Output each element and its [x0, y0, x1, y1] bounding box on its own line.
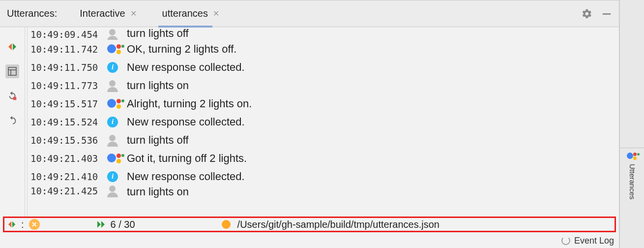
svg-rect-3: [8, 67, 16, 75]
status-path: /Users/git/gh-sample/build/tmp/utterance…: [237, 219, 439, 230]
log-timestamp: 10:49:21.410: [30, 171, 107, 182]
tab-utterances[interactable]: utterances ✕: [159, 0, 222, 27]
log-row: 10:49:21.425turn lights on: [30, 186, 619, 200]
spinner-icon: [561, 236, 570, 245]
log-timestamp: 10:49:21.403: [30, 153, 107, 164]
run-stop-icon[interactable]: [5, 40, 19, 54]
right-sidebar: Utterances: [619, 0, 644, 248]
log-row: 10:49:11.750iNew response collected.: [30, 58, 619, 76]
tab-label: utterances: [162, 8, 208, 19]
run-indicator-icon[interactable]: [7, 220, 16, 229]
undo-icon[interactable]: [5, 114, 19, 127]
assistant-icon: [627, 152, 638, 161]
log-timestamp: 10:49:11.750: [30, 62, 107, 73]
log-timestamp: 10:49:15.524: [30, 117, 107, 127]
info-icon: i: [107, 117, 118, 127]
svg-marker-8: [12, 221, 15, 228]
sidebar-tab-label: Utterances: [628, 164, 637, 200]
sidebar-tab-utterances[interactable]: Utterances: [620, 148, 644, 200]
status-colon: :: [21, 219, 24, 230]
user-icon: [107, 186, 118, 196]
restart-icon[interactable]: [5, 89, 19, 103]
tool-strip: [0, 27, 25, 217]
tabs: Interactive ✕ utterances ✕: [77, 0, 582, 27]
log-message: New response collected.: [127, 61, 619, 74]
user-icon: [107, 135, 118, 146]
svg-marker-10: [101, 221, 105, 228]
log-row: 10:49:09.454turn lights off: [30, 28, 619, 40]
log-message: turn lights off: [127, 28, 619, 40]
log-message: turn lights on: [127, 186, 619, 198]
log-timestamp: 10:49:21.425: [30, 186, 107, 196]
log-message: Got it, turning off 2 lights.: [127, 152, 619, 165]
minimize-icon[interactable]: [601, 8, 612, 19]
log-row: 10:49:15.517Alright, turning 2 lights on…: [30, 94, 619, 113]
ide-footer: Event Log: [0, 233, 619, 248]
info-icon: i: [107, 171, 118, 182]
assistant-icon: [107, 43, 122, 55]
close-icon[interactable]: ✕: [130, 9, 137, 18]
cancel-icon[interactable]: ✕: [29, 219, 40, 230]
log-row: 10:49:21.403Got it, turning off 2 lights…: [30, 149, 619, 167]
svg-marker-7: [8, 221, 11, 228]
log-row: 10:49:11.742OK, turning 2 lights off.: [30, 40, 619, 58]
tab-label: Interactive: [80, 8, 125, 19]
status-progress: 6 / 30: [111, 219, 135, 230]
panel-header: Utterances: Interactive ✕ utterances ✕: [0, 0, 619, 27]
log-message: Alright, turning 2 lights on.: [127, 97, 619, 110]
info-icon: i: [107, 62, 118, 73]
log-row: 10:49:11.773turn lights on: [30, 76, 619, 94]
log-row: 10:49:21.410iNew response collected.: [30, 167, 619, 186]
gear-icon[interactable]: [582, 8, 592, 19]
panel-title: Utterances:: [7, 8, 57, 19]
user-icon: [107, 29, 118, 40]
log-timestamp: 10:49:11.742: [30, 44, 107, 55]
log-timestamp: 10:49:15.536: [30, 135, 107, 146]
svg-marker-2: [13, 43, 16, 50]
log-timestamp: 10:49:09.454: [30, 29, 107, 40]
log-row: 10:49:15.524iNew response collected.: [30, 113, 619, 131]
user-icon: [107, 80, 118, 91]
log-message: turn lights off: [127, 134, 619, 147]
close-icon[interactable]: ✕: [213, 9, 219, 18]
log-panel[interactable]: 10:49:09.454turn lights off10:49:11.742O…: [28, 27, 619, 217]
status-bar: : ✕ 6 / 30 /Users/git/gh-sample/build/tm…: [3, 217, 616, 232]
svg-rect-0: [603, 13, 611, 15]
fast-forward-icon[interactable]: [97, 220, 107, 228]
log-timestamp: 10:49:15.517: [30, 98, 107, 109]
layout-icon[interactable]: [5, 64, 19, 78]
log-message: New response collected.: [127, 116, 619, 128]
log-message: turn lights on: [127, 79, 619, 92]
svg-rect-6: [13, 97, 16, 100]
assistant-icon: [107, 98, 122, 110]
log-message: OK, turning 2 lights off.: [127, 43, 619, 56]
tab-interactive[interactable]: Interactive ✕: [77, 0, 139, 27]
svg-marker-1: [8, 43, 12, 50]
assistant-icon: [107, 153, 122, 164]
svg-marker-9: [97, 221, 101, 228]
log-timestamp: 10:49:11.773: [30, 80, 107, 91]
log-message: New response collected.: [127, 170, 619, 183]
status-dot-icon: [222, 220, 231, 229]
event-log-link[interactable]: Event Log: [574, 236, 614, 246]
log-row: 10:49:15.536turn lights off: [30, 131, 619, 149]
